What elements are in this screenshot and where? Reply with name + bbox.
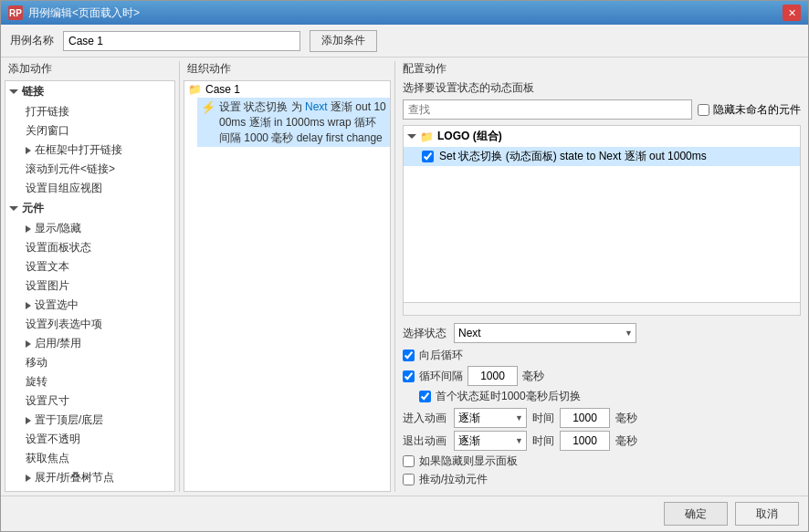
action-set-image[interactable]: 设置图片 <box>18 276 174 296</box>
action-close-window[interactable]: 关闭窗口 <box>18 121 174 141</box>
triangle-links-icon <box>9 89 18 94</box>
hide-unnamed-label: 隐藏未命名的元件 <box>713 102 801 118</box>
group-elements[interactable]: 元件 <box>5 198 174 219</box>
lightning-icon: ⚡ <box>201 100 215 114</box>
search-row: 隐藏未命名的元件 <box>403 99 801 120</box>
action-enable-disable[interactable]: 启用/禁用 <box>18 334 174 353</box>
triangle-layer-icon <box>26 417 31 424</box>
triangle-logo-icon <box>407 134 416 139</box>
toolbar: 用例名称 添加条件 <box>1 25 808 57</box>
action-expand-tree[interactable]: 展开/折叠树节点 <box>18 468 174 487</box>
search-input[interactable] <box>403 99 692 120</box>
action-set-adaptive-view[interactable]: 设置目组应视图 <box>18 179 174 198</box>
close-button[interactable]: ✕ <box>783 5 801 21</box>
show-if-hidden-checkbox[interactable] <box>403 455 415 467</box>
left-panel-header: 添加动作 <box>1 57 179 80</box>
loop-interval-checkbox[interactable] <box>403 370 415 382</box>
state-dropdown[interactable]: Next <box>454 323 636 343</box>
case-group-label: Case 1 <box>205 83 240 96</box>
loop-interval-unit: 毫秒 <box>522 369 544 384</box>
animate-out-time-label: 时间 <box>532 433 554 449</box>
case-name-input[interactable] <box>63 31 300 51</box>
animate-out-unit: 毫秒 <box>615 433 637 449</box>
loop-interval-input[interactable] <box>468 366 518 386</box>
horizontal-scrollbar[interactable] <box>404 302 800 315</box>
animate-in-time-label: 时间 <box>532 411 554 426</box>
action-open-in-frame[interactable]: 在框架中打开链接 <box>18 141 174 160</box>
middle-panel-header: 组织动作 <box>180 57 394 80</box>
child-text-before: Set 状态切换 (动态面板) state to <box>439 150 599 162</box>
child-checkbox[interactable] <box>422 151 434 162</box>
group-elements-label: 元件 <box>22 201 44 216</box>
animate-in-time-input[interactable] <box>560 408 610 428</box>
action-item-text: 设置 状态切换 为 Next 逐渐 out 1000ms 逐渐 in 1000m… <box>219 99 386 145</box>
left-panel: 添加动作 链接 打开链接 关闭窗口 在框架中打开链接 滚动到元件<链接> 设置目… <box>1 57 179 495</box>
select-panel-label: 选择要设置状态的动态面板 <box>403 80 801 96</box>
first-state-delay-checkbox[interactable] <box>419 391 431 402</box>
animate-out-time-input[interactable] <box>560 431 610 451</box>
triangle-enable-icon <box>26 340 31 348</box>
confirm-button[interactable]: 确定 <box>664 502 728 526</box>
action-set-list-item[interactable]: 设置列表选中项 <box>18 315 174 334</box>
action-set-size[interactable]: 设置尺寸 <box>18 391 174 411</box>
action-show-hide[interactable]: 显示/隐藏 <box>18 219 174 238</box>
action-move[interactable]: 移动 <box>18 353 174 372</box>
action-set-panel-state[interactable]: 设置面板状态 <box>18 238 174 257</box>
config-tree-child-item[interactable]: Set 状态切换 (动态面板) state to Next 逐渐 out 100… <box>404 147 800 166</box>
push-pull-checkbox[interactable] <box>403 474 415 485</box>
action-set-layer[interactable]: 置于顶层/底层 <box>18 411 174 430</box>
state-select[interactable]: Next <box>454 323 636 343</box>
first-state-delay-label: 首个状态延时1000毫秒后切换 <box>436 389 581 404</box>
animate-in-type-select[interactable]: 逐渐 <box>454 408 527 428</box>
title-bar: RP 用例编辑<页面载入时> ✕ <box>1 1 808 25</box>
config-tree-area: 📁 LOGO (组合) Set 状态切换 (动态面板) state to Nex… <box>403 125 801 316</box>
checkbox-backward-loop: 向后循环 <box>403 348 801 363</box>
triangle-selected-icon <box>26 302 31 309</box>
middle-panel-content: 📁 Case 1 ⚡ 设置 状态切换 为 Next 逐渐 out 1000ms … <box>184 80 391 492</box>
right-panel-top: 配置动作 选择要设置状态的动态面板 隐藏未命名的元件 <box>395 57 808 125</box>
checkbox-loop-interval: 循环间隔 毫秒 <box>403 366 801 386</box>
action-item[interactable]: ⚡ 设置 状态切换 为 Next 逐渐 out 1000ms 逐渐 in 100… <box>197 98 390 147</box>
window-title: 用例编辑<页面载入时> <box>28 5 140 21</box>
case-folder-icon: 📁 <box>188 83 202 96</box>
backward-loop-label: 向后循环 <box>419 348 463 363</box>
action-set-opacity[interactable]: 设置不透明 <box>18 430 174 449</box>
backward-loop-checkbox[interactable] <box>403 349 415 361</box>
cancel-button[interactable]: 取消 <box>735 502 799 526</box>
animate-in-type-dropdown[interactable]: 逐渐 <box>454 408 527 428</box>
case-label: 用例名称 <box>10 33 54 48</box>
checkbox-show-if-hidden: 如果隐藏则显示面板 <box>403 454 801 469</box>
child-highlight: Next 逐渐 out 1000ms <box>599 150 707 162</box>
animate-out-label: 退出动画 <box>403 433 448 449</box>
triangle-show-hide-icon <box>26 225 31 233</box>
checkbox-push-pull: 推动/拉动元件 <box>403 472 801 487</box>
left-panel-content: 链接 打开链接 关闭窗口 在框架中打开链接 滚动到元件<链接> 设置目组应视图 … <box>5 80 175 492</box>
triangle-frame-icon <box>26 147 31 154</box>
action-rotate[interactable]: 旋转 <box>18 372 174 391</box>
action-scroll-to[interactable]: 滚动到元件<链接> <box>18 160 174 179</box>
main-content: 添加动作 链接 打开链接 关闭窗口 在框架中打开链接 滚动到元件<链接> 设置目… <box>1 57 808 495</box>
title-bar-left: RP 用例编辑<页面载入时> <box>8 5 140 21</box>
add-condition-button[interactable]: 添加条件 <box>310 30 377 52</box>
push-pull-label: 推动/拉动元件 <box>419 472 488 487</box>
child-text: Set 状态切换 (动态面板) state to Next 逐渐 out 100… <box>439 149 707 164</box>
action-set-selected[interactable]: 设置选中 <box>18 296 174 315</box>
animate-in-row: 进入动画 逐渐 时间 毫秒 <box>403 408 801 428</box>
group-links[interactable]: 链接 <box>5 81 174 102</box>
action-open-link[interactable]: 打开链接 <box>18 102 174 121</box>
logo-group[interactable]: 📁 LOGO (组合) <box>404 126 800 147</box>
middle-panel: 组织动作 📁 Case 1 ⚡ 设置 状态切换 为 Next 逐渐 out 10… <box>180 57 394 495</box>
state-select-label: 选择状态 <box>403 326 447 341</box>
action-focus[interactable]: 获取焦点 <box>18 449 174 468</box>
triangle-elements-icon <box>9 206 18 211</box>
animate-out-type-select[interactable]: 逐渐 <box>454 431 527 451</box>
case-group[interactable]: 📁 Case 1 <box>184 81 390 98</box>
state-select-row: 选择状态 Next <box>403 323 801 343</box>
show-if-hidden-label: 如果隐藏则显示面板 <box>419 454 518 469</box>
animate-in-unit: 毫秒 <box>615 411 637 426</box>
action-set-text[interactable]: 设置文本 <box>18 257 174 276</box>
animate-out-row: 退出动画 逐渐 时间 毫秒 <box>403 431 801 451</box>
animate-out-type-dropdown[interactable]: 逐渐 <box>454 431 527 451</box>
checkbox-first-state-delay: 首个状态延时1000毫秒后切换 <box>403 389 801 404</box>
hide-unnamed-checkbox[interactable] <box>698 104 709 116</box>
